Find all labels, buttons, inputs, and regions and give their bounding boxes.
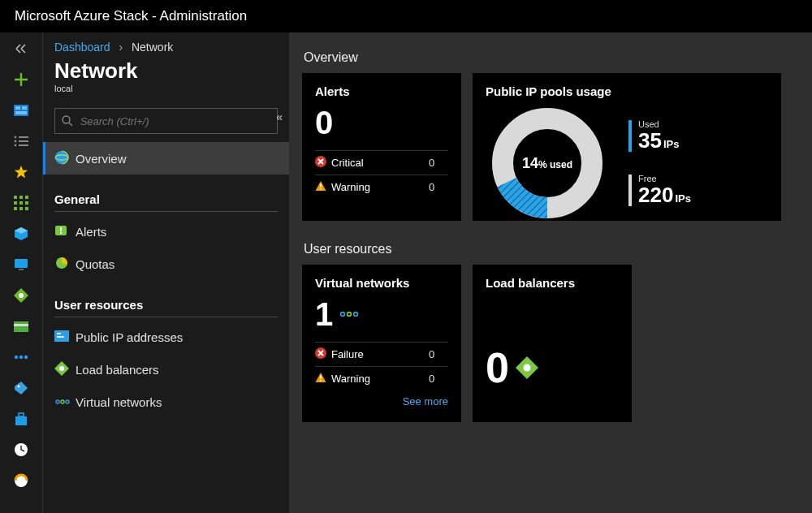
gauge-icon[interactable] (0, 469, 42, 492)
svg-point-72 (519, 366, 521, 369)
svg-rect-13 (25, 196, 28, 199)
app-title: Microsoft Azure Stack - Administration (15, 8, 247, 24)
svg-point-62 (354, 313, 358, 317)
svg-point-25 (19, 293, 24, 298)
svg-rect-2 (22, 106, 27, 110)
critical-value: 0 (429, 157, 448, 169)
add-icon[interactable] (0, 68, 42, 91)
svg-point-28 (15, 356, 18, 359)
failure-value: 0 (429, 348, 448, 360)
nav-alerts[interactable]: Alerts (43, 215, 289, 248)
svg-point-60 (341, 313, 345, 317)
network-icon[interactable] (0, 346, 42, 369)
expand-rail-icon[interactable] (0, 37, 42, 60)
alerts-warning-row: Warning 0 (315, 175, 448, 199)
svg-rect-27 (14, 324, 28, 326)
svg-rect-34 (19, 413, 24, 416)
card-virtual-networks[interactable]: Virtual networks 1 Failure 0 Warni (302, 265, 461, 422)
nav-public-ip[interactable]: Public IP addresses (43, 321, 289, 353)
svg-point-30 (24, 356, 28, 359)
dashboard-icon[interactable] (0, 99, 42, 122)
group-general: General (54, 192, 278, 212)
tag-icon[interactable] (0, 377, 42, 399)
svg-rect-43 (60, 232, 62, 234)
nav-overview[interactable]: Overview (43, 142, 289, 175)
svg-marker-31 (15, 382, 28, 394)
svg-rect-26 (14, 321, 28, 332)
see-more-link[interactable]: See more (315, 390, 448, 407)
load-balancer-icon[interactable] (0, 284, 42, 307)
svg-rect-3 (15, 111, 27, 114)
card-icon[interactable] (0, 315, 42, 338)
search-input[interactable] (79, 114, 270, 128)
clock-icon[interactable] (0, 438, 42, 461)
favorite-star-icon[interactable] (0, 161, 42, 183)
nav-quotas[interactable]: Quotas (43, 248, 289, 280)
warning-value: 0 (429, 181, 448, 193)
svg-rect-14 (14, 201, 17, 205)
nav-load-balancers-label: Load balancers (76, 363, 159, 377)
svg-point-61 (348, 313, 352, 317)
vnets-total: 1 (315, 298, 333, 330)
svg-point-50 (56, 400, 59, 403)
load-balancers-nav-icon (54, 361, 76, 378)
ip-used-unit: IPs (663, 138, 680, 150)
nav-quotas-label: Quotas (76, 257, 114, 271)
monitor-icon[interactable] (0, 253, 42, 276)
public-ip-icon (54, 330, 76, 344)
breadcrumb-current: Network (132, 41, 173, 54)
critical-label: Critical (331, 157, 429, 169)
ip-used-stat: Used 35IPs (628, 120, 691, 152)
failure-icon (315, 347, 330, 361)
globe-icon (54, 150, 76, 167)
nav-load-balancers[interactable]: Load balancers (43, 353, 289, 386)
section-user-resources-title: User resources (304, 242, 797, 256)
card-load-balancers[interactable]: Load balancers 0 (473, 265, 632, 422)
ip-free-stat: Free 220IPs (628, 175, 691, 206)
vnets-warning-label: Warning (331, 373, 429, 385)
vnets-inline-icon (339, 308, 359, 320)
lb-total: 0 (486, 347, 509, 389)
alerts-critical-row: Critical 0 (315, 150, 448, 175)
svg-rect-1 (15, 106, 20, 110)
section-overview-title: Overview (304, 50, 797, 65)
card-ip-pools[interactable]: Public IP pools usage (473, 73, 781, 221)
warning-icon (315, 180, 330, 194)
svg-point-70 (532, 366, 534, 369)
card-lb-title: Load balancers (486, 276, 619, 290)
vnets-failure-row: Failure 0 (315, 342, 448, 366)
svg-point-29 (19, 356, 23, 359)
breadcrumb-sep: › (119, 41, 123, 54)
quotas-icon (54, 256, 76, 273)
collapse-blade-icon[interactable]: « (276, 110, 283, 123)
card-ip-pools-title: Public IP pools usage (486, 84, 768, 98)
group-user-resources: User resources (54, 298, 278, 317)
grid-icon[interactable] (0, 192, 42, 214)
failure-label: Failure (331, 348, 429, 360)
list-icon[interactable] (0, 130, 42, 153)
content-area: Overview Alerts 0 Critical 0 Warning (289, 32, 812, 513)
search-box[interactable] (54, 108, 278, 134)
app-header: Microsoft Azure Stack - Administration (0, 0, 812, 32)
svg-rect-19 (25, 207, 28, 210)
ip-free-unit: IPs (675, 192, 691, 205)
svg-line-38 (69, 123, 72, 126)
svg-rect-16 (25, 201, 28, 205)
svg-rect-55 (320, 184, 322, 188)
ip-usage-donut: 14% used (490, 106, 604, 220)
svg-rect-33 (15, 416, 27, 425)
svg-point-71 (525, 373, 528, 375)
svg-rect-46 (57, 333, 61, 334)
breadcrumb-root[interactable]: Dashboard (54, 41, 110, 54)
svg-point-32 (18, 386, 20, 388)
store-icon[interactable] (0, 407, 42, 430)
blade-nav: Dashboard › Network Network local « Over… (42, 32, 289, 513)
card-alerts[interactable]: Alerts 0 Critical 0 Warning 0 (302, 73, 461, 221)
cube-icon[interactable] (0, 222, 42, 245)
svg-rect-22 (15, 259, 28, 268)
virtual-networks-icon (54, 395, 76, 409)
svg-rect-56 (320, 188, 322, 190)
nav-virtual-networks[interactable]: Virtual networks (43, 386, 289, 418)
svg-point-37 (63, 116, 70, 123)
svg-point-51 (61, 400, 64, 403)
